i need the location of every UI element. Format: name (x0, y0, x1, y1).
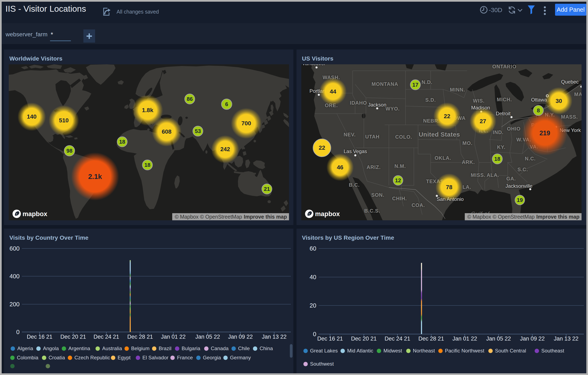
svg-text:mapbox: mapbox (22, 210, 48, 218)
svg-text:mapbox: mapbox (315, 210, 340, 218)
